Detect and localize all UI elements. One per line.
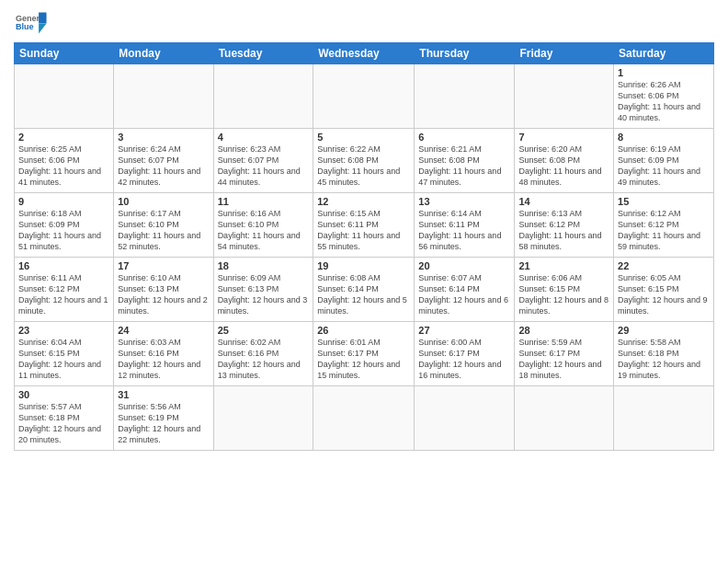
calendar-cell: 25Sunrise: 6:02 AM Sunset: 6:16 PM Dayli… [213, 322, 313, 386]
weekday-header-monday: Monday [114, 43, 213, 64]
day-info: Sunrise: 6:15 AM Sunset: 6:11 PM Dayligh… [317, 208, 410, 253]
day-info: Sunrise: 6:25 AM Sunset: 6:06 PM Dayligh… [18, 144, 109, 189]
calendar-cell: 8Sunrise: 6:19 AM Sunset: 6:09 PM Daylig… [614, 129, 714, 193]
calendar-cell [213, 64, 313, 129]
day-info: Sunrise: 6:01 AM Sunset: 6:17 PM Dayligh… [317, 337, 410, 382]
day-number: 19 [317, 260, 410, 271]
calendar-cell: 12Sunrise: 6:15 AM Sunset: 6:11 PM Dayli… [313, 193, 415, 258]
day-number: 1 [618, 67, 710, 78]
day-info: Sunrise: 6:00 AM Sunset: 6:17 PM Dayligh… [418, 337, 510, 382]
day-info: Sunrise: 6:26 AM Sunset: 6:06 PM Dayligh… [618, 79, 710, 124]
day-info: Sunrise: 6:09 AM Sunset: 6:13 PM Dayligh… [218, 272, 310, 317]
day-number: 29 [618, 325, 710, 336]
calendar-cell [313, 386, 415, 451]
calendar-cell: 23Sunrise: 6:04 AM Sunset: 6:15 PM Dayli… [15, 322, 114, 386]
calendar-cell: 22Sunrise: 6:05 AM Sunset: 6:15 PM Dayli… [614, 258, 714, 322]
calendar-cell [213, 386, 313, 451]
day-info: Sunrise: 6:12 AM Sunset: 6:12 PM Dayligh… [618, 208, 710, 253]
calendar-cell [515, 386, 614, 451]
calendar-cell [415, 64, 515, 129]
svg-marker-2 [39, 13, 46, 24]
day-number: 6 [418, 132, 510, 143]
calendar-cell: 31Sunrise: 5:56 AM Sunset: 6:19 PM Dayli… [114, 386, 213, 451]
weekday-header-thursday: Thursday [415, 43, 515, 64]
header: General Blue [14, 9, 714, 35]
day-number: 5 [317, 132, 410, 143]
day-number: 25 [218, 325, 310, 336]
day-info: Sunrise: 6:03 AM Sunset: 6:16 PM Dayligh… [118, 337, 209, 382]
calendar-cell [114, 64, 213, 129]
calendar-cell: 3Sunrise: 6:24 AM Sunset: 6:07 PM Daylig… [114, 129, 213, 193]
day-info: Sunrise: 6:17 AM Sunset: 6:10 PM Dayligh… [118, 208, 209, 253]
day-number: 22 [618, 260, 710, 271]
day-info: Sunrise: 5:57 AM Sunset: 6:18 PM Dayligh… [18, 401, 109, 446]
calendar-cell: 7Sunrise: 6:20 AM Sunset: 6:08 PM Daylig… [515, 129, 614, 193]
calendar-cell: 9Sunrise: 6:18 AM Sunset: 6:09 PM Daylig… [15, 193, 114, 258]
day-number: 30 [18, 389, 109, 400]
svg-marker-3 [39, 23, 46, 33]
day-info: Sunrise: 6:19 AM Sunset: 6:09 PM Dayligh… [618, 144, 710, 189]
day-number: 13 [418, 196, 510, 207]
day-number: 2 [18, 132, 109, 143]
calendar-cell: 2Sunrise: 6:25 AM Sunset: 6:06 PM Daylig… [15, 129, 114, 193]
calendar-cell: 19Sunrise: 6:08 AM Sunset: 6:14 PM Dayli… [313, 258, 415, 322]
day-number: 10 [118, 196, 209, 207]
day-info: Sunrise: 5:56 AM Sunset: 6:19 PM Dayligh… [118, 401, 209, 446]
day-number: 15 [618, 196, 710, 207]
calendar-cell: 6Sunrise: 6:21 AM Sunset: 6:08 PM Daylig… [415, 129, 515, 193]
day-info: Sunrise: 6:04 AM Sunset: 6:15 PM Dayligh… [18, 337, 109, 382]
calendar-cell: 11Sunrise: 6:16 AM Sunset: 6:10 PM Dayli… [213, 193, 313, 258]
day-number: 12 [317, 196, 410, 207]
calendar-cell: 13Sunrise: 6:14 AM Sunset: 6:11 PM Dayli… [415, 193, 515, 258]
day-info: Sunrise: 6:02 AM Sunset: 6:16 PM Dayligh… [218, 337, 310, 382]
day-number: 4 [218, 132, 310, 143]
day-info: Sunrise: 6:20 AM Sunset: 6:08 PM Dayligh… [518, 144, 609, 189]
calendar-cell: 21Sunrise: 6:06 AM Sunset: 6:15 PM Dayli… [515, 258, 614, 322]
calendar-cell: 18Sunrise: 6:09 AM Sunset: 6:13 PM Dayli… [213, 258, 313, 322]
day-number: 28 [518, 325, 609, 336]
calendar-header: SundayMondayTuesdayWednesdayThursdayFrid… [15, 43, 714, 64]
day-info: Sunrise: 6:22 AM Sunset: 6:08 PM Dayligh… [317, 144, 410, 189]
calendar-cell: 5Sunrise: 6:22 AM Sunset: 6:08 PM Daylig… [313, 129, 415, 193]
calendar-cell: 4Sunrise: 6:23 AM Sunset: 6:07 PM Daylig… [213, 129, 313, 193]
calendar-cell: 1Sunrise: 6:26 AM Sunset: 6:06 PM Daylig… [614, 64, 714, 129]
day-number: 20 [418, 260, 510, 271]
svg-text:Blue: Blue [16, 22, 34, 31]
calendar: SundayMondayTuesdayWednesdayThursdayFrid… [14, 42, 714, 451]
calendar-cell: 10Sunrise: 6:17 AM Sunset: 6:10 PM Dayli… [114, 193, 213, 258]
calendar-cell [313, 64, 415, 129]
weekday-header-wednesday: Wednesday [313, 43, 415, 64]
day-info: Sunrise: 6:16 AM Sunset: 6:10 PM Dayligh… [218, 208, 310, 253]
day-info: Sunrise: 6:07 AM Sunset: 6:14 PM Dayligh… [418, 272, 510, 317]
calendar-cell [415, 386, 515, 451]
day-number: 14 [518, 196, 609, 207]
weekday-header-tuesday: Tuesday [213, 43, 313, 64]
day-number: 24 [118, 325, 209, 336]
weekday-header-sunday: Sunday [15, 43, 114, 64]
calendar-cell: 26Sunrise: 6:01 AM Sunset: 6:17 PM Dayli… [313, 322, 415, 386]
day-number: 3 [118, 132, 209, 143]
day-number: 8 [618, 132, 710, 143]
day-number: 26 [317, 325, 410, 336]
day-number: 27 [418, 325, 510, 336]
day-info: Sunrise: 5:59 AM Sunset: 6:17 PM Dayligh… [518, 337, 609, 382]
calendar-cell: 15Sunrise: 6:12 AM Sunset: 6:12 PM Dayli… [614, 193, 714, 258]
logo: General Blue [14, 9, 47, 35]
calendar-cell [614, 386, 714, 451]
calendar-cell: 16Sunrise: 6:11 AM Sunset: 6:12 PM Dayli… [15, 258, 114, 322]
calendar-cell: 27Sunrise: 6:00 AM Sunset: 6:17 PM Dayli… [415, 322, 515, 386]
day-info: Sunrise: 6:10 AM Sunset: 6:13 PM Dayligh… [118, 272, 209, 317]
calendar-cell: 28Sunrise: 5:59 AM Sunset: 6:17 PM Dayli… [515, 322, 614, 386]
day-info: Sunrise: 6:11 AM Sunset: 6:12 PM Dayligh… [18, 272, 109, 317]
calendar-cell [515, 64, 614, 129]
day-info: Sunrise: 6:14 AM Sunset: 6:11 PM Dayligh… [418, 208, 510, 253]
day-info: Sunrise: 6:06 AM Sunset: 6:15 PM Dayligh… [518, 272, 609, 317]
day-number: 16 [18, 260, 109, 271]
weekday-header-friday: Friday [515, 43, 614, 64]
calendar-cell [15, 64, 114, 129]
day-info: Sunrise: 5:58 AM Sunset: 6:18 PM Dayligh… [618, 337, 710, 382]
day-info: Sunrise: 6:13 AM Sunset: 6:12 PM Dayligh… [518, 208, 609, 253]
day-info: Sunrise: 6:24 AM Sunset: 6:07 PM Dayligh… [118, 144, 209, 189]
day-number: 11 [218, 196, 310, 207]
day-info: Sunrise: 6:23 AM Sunset: 6:07 PM Dayligh… [218, 144, 310, 189]
